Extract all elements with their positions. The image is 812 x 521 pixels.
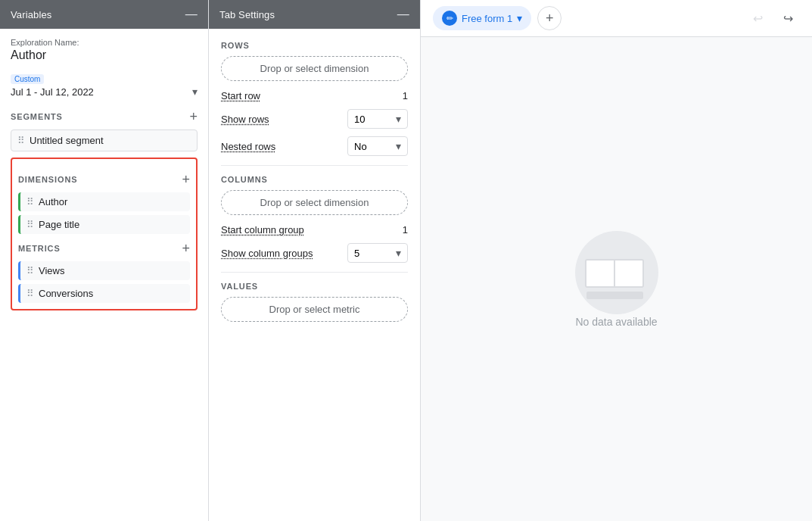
tab-settings-minimize-icon[interactable]: — xyxy=(397,8,409,21)
date-range-section: Custom Jul 1 - Jul 12, 2022 ▾ xyxy=(11,73,198,98)
dimension-drag-icon-2 xyxy=(26,219,34,230)
undo-button[interactable]: ↩ xyxy=(745,6,770,30)
show-column-groups-select-value: 5 xyxy=(354,248,359,259)
show-rows-setting: Show rows 10 ▾ xyxy=(221,109,408,129)
show-rows-select[interactable]: 10 ▾ xyxy=(347,109,408,129)
show-column-groups-select[interactable]: 5 ▾ xyxy=(347,243,408,263)
tab-settings-title: Tab Settings xyxy=(219,9,275,20)
nested-rows-select-value: No xyxy=(354,141,367,152)
add-metric-button[interactable]: + xyxy=(182,242,190,255)
no-data-illustration: No data available xyxy=(571,231,662,328)
segments-section-header: SEGMENTS + xyxy=(11,110,198,123)
show-rows-select-value: 10 xyxy=(354,114,365,125)
no-data-text: No data available xyxy=(575,316,657,328)
date-custom-label: Custom xyxy=(11,74,44,84)
date-range-dropdown-arrow[interactable]: ▾ xyxy=(192,86,198,98)
columns-drop-zone[interactable]: Drop or select dimension xyxy=(221,190,408,215)
dimensions-section-header: DIMENSIONS + xyxy=(18,173,190,186)
start-row-setting: Start row 1 xyxy=(221,90,408,101)
segment-drag-icon xyxy=(17,135,25,146)
segments-title: SEGMENTS xyxy=(11,112,63,121)
freeform-tab[interactable]: ✏ Free form 1 ▾ xyxy=(433,6,531,30)
add-dimension-button[interactable]: + xyxy=(182,173,190,186)
start-column-group-setting: Start column group 1 xyxy=(221,224,408,236)
start-row-label: Start row xyxy=(221,90,260,101)
redo-button[interactable]: ↪ xyxy=(776,6,800,30)
tab-settings-panel: Tab Settings — ROWS Drop or select dimen… xyxy=(209,0,421,521)
date-range-value: Jul 1 - Jul 12, 2022 xyxy=(11,86,94,98)
metrics-title: METRICS xyxy=(18,244,61,253)
segment-label: Untitled segment xyxy=(30,135,104,146)
show-column-groups-label: Show column groups xyxy=(221,248,313,259)
variables-title: Variables xyxy=(11,9,51,20)
metric-drag-icon xyxy=(26,265,34,276)
dimensions-metrics-section: DIMENSIONS + Author Page title METRICS +… xyxy=(11,158,198,310)
columns-section-title: COLUMNS xyxy=(221,175,408,184)
nested-rows-setting: Nested rows No ▾ xyxy=(221,136,408,156)
show-rows-label: Show rows xyxy=(221,114,269,125)
show-rows-dropdown-arrow: ▾ xyxy=(396,113,401,125)
dimension-drag-icon xyxy=(26,196,34,207)
date-range-row[interactable]: Jul 1 - Jul 12, 2022 ▾ xyxy=(11,86,198,98)
segment-item[interactable]: Untitled segment xyxy=(11,129,198,151)
start-row-value[interactable]: 1 xyxy=(403,90,408,101)
show-column-groups-setting: Show column groups 5 ▾ xyxy=(221,243,408,263)
dimension-item-page-title[interactable]: Page title xyxy=(18,215,190,234)
variables-panel: Variables — Exploration Name: Author Cus… xyxy=(0,0,209,521)
nested-rows-select[interactable]: No ▾ xyxy=(347,136,408,156)
nested-rows-dropdown-arrow: ▾ xyxy=(396,140,401,152)
values-section-title: VALUES xyxy=(221,282,408,291)
start-column-group-value[interactable]: 1 xyxy=(403,224,408,236)
freeform-content: No data available xyxy=(421,37,812,521)
metrics-section-header: METRICS + xyxy=(18,242,190,255)
nested-rows-label: Nested rows xyxy=(221,141,275,152)
metric-label-conversions: Conversions xyxy=(39,288,93,299)
tab-dropdown-arrow[interactable]: ▾ xyxy=(517,12,522,24)
variables-panel-header: Variables — xyxy=(0,0,208,29)
variables-content: Exploration Name: Author Custom Jul 1 - … xyxy=(0,29,208,521)
values-drop-zone[interactable]: Drop or select metric xyxy=(221,297,408,322)
dimension-label-author: Author xyxy=(39,196,67,207)
tab-group: ✏ Free form 1 ▾ + xyxy=(433,6,562,30)
tab-settings-content: ROWS Drop or select dimension Start row … xyxy=(209,29,420,340)
show-column-groups-dropdown-arrow: ▾ xyxy=(396,247,401,259)
variables-minimize-icon[interactable]: — xyxy=(185,8,198,21)
divider-1 xyxy=(221,165,408,166)
table-col-1 xyxy=(586,260,615,286)
freeform-header: ✏ Free form 1 ▾ + ↩ ↪ xyxy=(421,0,812,37)
tab-edit-icon: ✏ xyxy=(442,11,457,26)
dimension-label-page-title: Page title xyxy=(39,219,79,230)
table-col-2 xyxy=(615,260,642,286)
add-segment-button[interactable]: + xyxy=(189,110,198,123)
divider-2 xyxy=(221,272,408,273)
dimension-item-author[interactable]: Author xyxy=(18,192,190,211)
metric-item-conversions[interactable]: Conversions xyxy=(18,284,190,303)
add-tab-button[interactable]: + xyxy=(537,6,562,30)
tab-settings-panel-header: Tab Settings — xyxy=(209,0,420,29)
freeform-panel: ✏ Free form 1 ▾ + ↩ ↪ No data available xyxy=(421,0,812,521)
metrics-inner-section: METRICS + Views Conversions xyxy=(18,242,190,303)
metric-item-views[interactable]: Views xyxy=(18,261,190,280)
rows-section-title: ROWS xyxy=(221,41,408,50)
exploration-name-label: Exploration Name: xyxy=(11,38,198,47)
exploration-name-value: Author xyxy=(11,48,198,62)
header-actions: ↩ ↪ xyxy=(745,6,800,30)
dimensions-title: DIMENSIONS xyxy=(18,175,77,184)
illustration-bar xyxy=(586,292,643,299)
tab-name: Free form 1 xyxy=(462,13,512,24)
rows-drop-zone[interactable]: Drop or select dimension xyxy=(221,56,408,81)
metric-label-views: Views xyxy=(39,265,64,276)
start-column-group-label: Start column group xyxy=(221,224,304,236)
illustration-table xyxy=(585,259,644,288)
illustration-graphic xyxy=(571,231,662,307)
metric-drag-icon-2 xyxy=(26,288,34,299)
